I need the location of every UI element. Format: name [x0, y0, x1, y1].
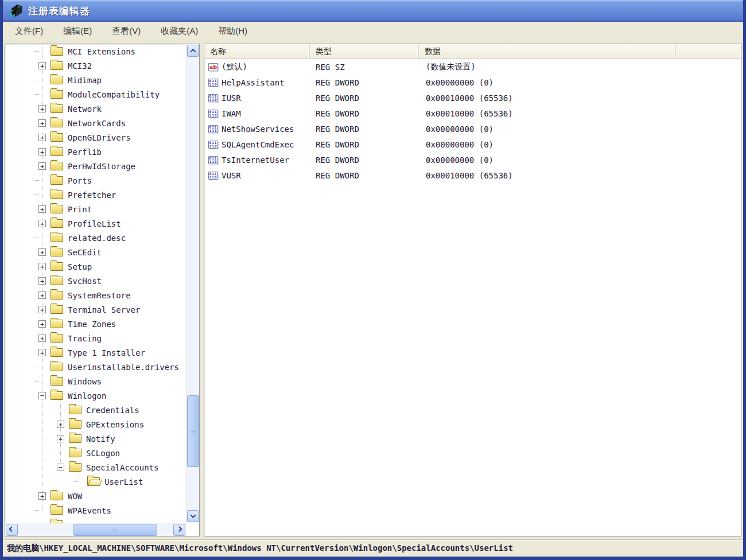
- tree-item[interactable]: WOW: [5, 489, 186, 503]
- tree-item[interactable]: Type 1 Installer: [5, 345, 186, 360]
- expander-icon[interactable]: [38, 119, 46, 127]
- tree-item[interactable]: Time Zones: [5, 317, 186, 331]
- tree-item-label: Type 1 Installer: [68, 348, 145, 357]
- tree-item[interactable]: Notify: [5, 431, 186, 446]
- scroll-left-button[interactable]: [6, 524, 18, 536]
- tree-item[interactable]: PerHwIdStorage: [5, 159, 186, 173]
- tree-item[interactable]: Setup: [5, 259, 186, 274]
- tree-item[interactable]: SvcHost: [5, 274, 186, 288]
- expander-icon[interactable]: [38, 277, 46, 285]
- tree-item[interactable]: Print: [5, 202, 186, 216]
- tree-item[interactable]: MCI32: [5, 59, 186, 73]
- registry-value-row[interactable]: SQLAgentCmdExec REG_DWORD 0x00000000 (0): [204, 137, 741, 152]
- title-bar[interactable]: 注册表编辑器: [3, 0, 743, 22]
- folder-icon: [50, 234, 63, 242]
- expander-icon[interactable]: [38, 291, 46, 299]
- expander-icon[interactable]: [57, 435, 64, 442]
- tree-item[interactable]: Network: [5, 102, 186, 116]
- expander-icon[interactable]: [38, 492, 46, 500]
- tree-item[interactable]: GPExtensions: [5, 417, 186, 431]
- registry-value-row[interactable]: HelpAssistant REG_DWORD 0x00000000 (0): [204, 75, 741, 90]
- menu-item[interactable]: 文件(F): [7, 24, 50, 39]
- expander-icon[interactable]: [38, 148, 46, 155]
- tree-vertical-scrollbar[interactable]: [186, 44, 199, 523]
- expander-icon[interactable]: [38, 378, 46, 385]
- scroll-right-button[interactable]: [173, 524, 185, 536]
- tree-item[interactable]: SystemRestore: [5, 288, 186, 302]
- expander-icon[interactable]: [38, 62, 46, 69]
- expander-icon[interactable]: [38, 105, 46, 112]
- menu-item[interactable]: 查看(V): [104, 24, 148, 39]
- expander-icon[interactable]: [38, 162, 46, 170]
- expander-icon[interactable]: [38, 76, 46, 84]
- expander-icon[interactable]: [38, 234, 46, 242]
- tree-item[interactable]: WPAEvents: [5, 503, 186, 518]
- horizontal-scroll-thumb[interactable]: [73, 524, 157, 536]
- folder-icon: [50, 334, 63, 343]
- tree-item[interactable]: MCI Extensions: [5, 44, 186, 59]
- expander-icon[interactable]: [38, 191, 46, 199]
- tree-item-label: GPExtensions: [86, 420, 144, 429]
- menu-item[interactable]: 编辑(E): [56, 24, 99, 39]
- expander-icon[interactable]: [38, 220, 46, 227]
- tree-item[interactable]: Credentials: [5, 403, 186, 417]
- expander-icon[interactable]: [38, 177, 46, 184]
- tree-item[interactable]: OpenGLDrivers: [5, 130, 186, 145]
- expander-icon[interactable]: [38, 91, 46, 98]
- expander-icon[interactable]: [57, 449, 64, 457]
- expander-icon[interactable]: [38, 392, 46, 399]
- scroll-down-button[interactable]: [187, 510, 199, 522]
- expander-icon[interactable]: [38, 248, 46, 256]
- tree-item[interactable]: ProfileList: [5, 216, 186, 231]
- scroll-up-button[interactable]: [187, 45, 199, 57]
- menu-item[interactable]: 帮助(H): [211, 24, 255, 39]
- tree-item-label: PerHwIdStorage: [68, 162, 135, 171]
- tree-horizontal-scrollbar[interactable]: [5, 523, 186, 536]
- expander-icon[interactable]: [38, 134, 46, 141]
- tree-item[interactable]: Midimap: [5, 73, 186, 87]
- vertical-scroll-thumb[interactable]: [187, 395, 199, 467]
- tree-item[interactable]: NetworkCards: [5, 116, 186, 130]
- expander-icon[interactable]: [38, 263, 46, 270]
- registry-value-row[interactable]: (默认) REG_SZ (数值未设置): [204, 59, 741, 75]
- tree-item-label: related.desc: [68, 234, 126, 243]
- expander-icon[interactable]: [57, 464, 64, 471]
- tree-item[interactable]: [5, 518, 186, 523]
- registry-value-row[interactable]: VUSR_ REG_DWORD 0x00010000 (65536): [204, 168, 741, 183]
- tree-item[interactable]: ModuleCompatibility: [5, 87, 186, 102]
- tree-item[interactable]: UserList: [5, 475, 186, 489]
- expander-icon[interactable]: [57, 406, 64, 414]
- expander-icon[interactable]: [38, 349, 46, 356]
- registry-value-row[interactable]: NetShowServices REG_DWORD 0x00000000 (0): [204, 121, 741, 137]
- tree-item[interactable]: Perflib: [5, 145, 186, 159]
- expander-icon[interactable]: [75, 478, 83, 485]
- tree-item[interactable]: Winlogon: [5, 388, 186, 403]
- expander-icon[interactable]: [38, 363, 46, 371]
- tree-item[interactable]: Ports: [5, 173, 186, 188]
- tree-item[interactable]: related.desc: [5, 231, 186, 245]
- tree-item[interactable]: Terminal Server: [5, 302, 186, 317]
- tree-item[interactable]: Prefetcher: [5, 188, 186, 202]
- tree-item[interactable]: SpecialAccounts: [5, 460, 186, 475]
- tree-item[interactable]: Userinstallable.drivers: [5, 360, 186, 374]
- expander-icon[interactable]: [38, 48, 46, 55]
- tree-item[interactable]: Tracing: [5, 331, 186, 345]
- tree-item[interactable]: SCLogon: [5, 446, 186, 460]
- tree-item[interactable]: SeCEdit: [5, 245, 186, 259]
- value-data: 0x00000000 (0): [419, 140, 741, 149]
- horizontal-scroll-track[interactable]: [18, 523, 173, 536]
- menu-item[interactable]: 收藏夹(A): [153, 24, 205, 39]
- column-header-data[interactable]: 数据: [419, 44, 676, 58]
- registry-value-row[interactable]: IUSR_ REG_DWORD 0x00010000 (65536): [204, 90, 741, 106]
- registry-value-row[interactable]: IWAM_ REG_DWORD 0x00010000 (65536): [204, 106, 741, 121]
- expander-icon[interactable]: [38, 320, 46, 328]
- expander-icon[interactable]: [38, 306, 46, 313]
- column-header-name[interactable]: 名称: [204, 44, 310, 58]
- column-header-type[interactable]: 类型: [310, 44, 419, 58]
- registry-value-row[interactable]: TsInternetUser REG_DWORD 0x00000000 (0): [204, 152, 741, 168]
- expander-icon[interactable]: [38, 507, 46, 514]
- tree-item[interactable]: Windows: [5, 374, 186, 388]
- expander-icon[interactable]: [38, 335, 46, 342]
- expander-icon[interactable]: [57, 421, 64, 428]
- expander-icon[interactable]: [38, 205, 46, 213]
